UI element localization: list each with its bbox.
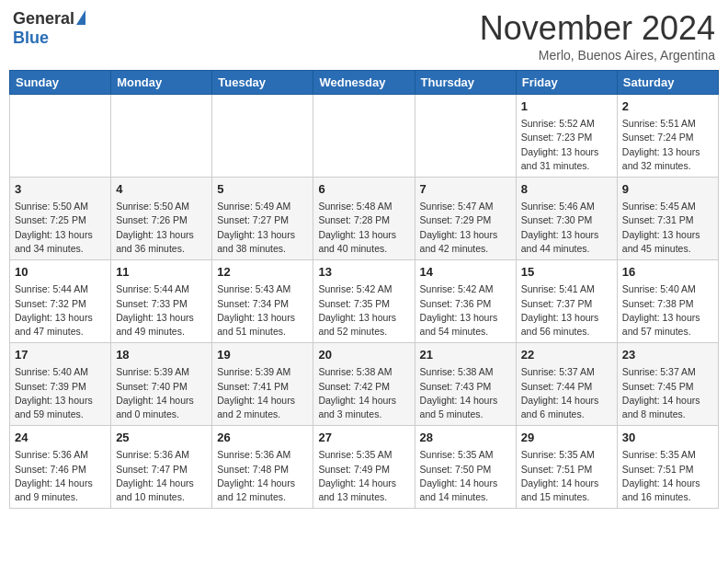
logo-general-text: General xyxy=(13,9,74,29)
day-number: 29 xyxy=(521,430,612,446)
calendar-cell: 4Sunrise: 5:50 AM Sunset: 7:26 PM Daylig… xyxy=(111,178,212,260)
calendar-cell: 28Sunrise: 5:35 AM Sunset: 7:50 PM Dayli… xyxy=(415,426,516,509)
day-number: 15 xyxy=(521,264,612,281)
calendar-cell: 14Sunrise: 5:42 AM Sunset: 7:36 PM Dayli… xyxy=(415,260,516,343)
calendar-cell: 26Sunrise: 5:36 AM Sunset: 7:48 PM Dayli… xyxy=(212,426,313,509)
day-info: Sunrise: 5:35 AM Sunset: 7:50 PM Dayligh… xyxy=(420,448,511,504)
calendar-week-row: 17Sunrise: 5:40 AM Sunset: 7:39 PM Dayli… xyxy=(10,343,719,426)
day-number: 19 xyxy=(217,347,308,363)
day-number: 17 xyxy=(15,347,106,363)
logo: General Blue xyxy=(13,9,85,48)
calendar-table: SundayMondayTuesdayWednesdayThursdayFrid… xyxy=(9,70,719,509)
month-title: November 2024 xyxy=(480,9,715,48)
day-number: 3 xyxy=(15,181,106,198)
day-number: 5 xyxy=(217,181,308,198)
day-info: Sunrise: 5:46 AM Sunset: 7:30 PM Dayligh… xyxy=(521,200,612,256)
calendar-cell: 27Sunrise: 5:35 AM Sunset: 7:49 PM Dayli… xyxy=(313,426,415,509)
day-info: Sunrise: 5:41 AM Sunset: 7:37 PM Dayligh… xyxy=(521,282,612,339)
logo-blue-text: Blue xyxy=(13,29,49,48)
calendar-cell: 2Sunrise: 5:51 AM Sunset: 7:24 PM Daylig… xyxy=(617,95,718,178)
day-info: Sunrise: 5:39 AM Sunset: 7:41 PM Dayligh… xyxy=(217,365,308,421)
day-info: Sunrise: 5:36 AM Sunset: 7:48 PM Dayligh… xyxy=(217,448,308,504)
day-number: 7 xyxy=(420,181,511,198)
calendar-cell: 1Sunrise: 5:52 AM Sunset: 7:23 PM Daylig… xyxy=(516,95,617,178)
calendar-cell: 6Sunrise: 5:48 AM Sunset: 7:28 PM Daylig… xyxy=(313,178,415,260)
day-number: 2 xyxy=(622,98,713,115)
calendar-cell: 29Sunrise: 5:35 AM Sunset: 7:51 PM Dayli… xyxy=(516,426,617,509)
calendar-cell: 15Sunrise: 5:41 AM Sunset: 7:37 PM Dayli… xyxy=(516,260,617,343)
calendar-week-row: 1Sunrise: 5:52 AM Sunset: 7:23 PM Daylig… xyxy=(10,95,719,178)
day-number: 25 xyxy=(116,430,207,446)
calendar-cell: 16Sunrise: 5:40 AM Sunset: 7:38 PM Dayli… xyxy=(617,260,718,343)
day-number: 18 xyxy=(116,347,207,363)
day-info: Sunrise: 5:50 AM Sunset: 7:26 PM Dayligh… xyxy=(116,200,207,256)
day-number: 27 xyxy=(318,430,409,446)
day-info: Sunrise: 5:38 AM Sunset: 7:43 PM Dayligh… xyxy=(420,365,511,421)
day-info: Sunrise: 5:35 AM Sunset: 7:49 PM Dayligh… xyxy=(318,448,409,504)
calendar-cell xyxy=(10,95,111,178)
calendar-cell: 19Sunrise: 5:39 AM Sunset: 7:41 PM Dayli… xyxy=(212,343,313,426)
day-info: Sunrise: 5:49 AM Sunset: 7:27 PM Dayligh… xyxy=(217,200,308,256)
calendar-cell: 5Sunrise: 5:49 AM Sunset: 7:27 PM Daylig… xyxy=(212,178,313,260)
calendar-cell: 20Sunrise: 5:38 AM Sunset: 7:42 PM Dayli… xyxy=(313,343,415,426)
calendar-cell xyxy=(212,95,313,178)
day-of-week-header: Wednesday xyxy=(313,71,415,95)
calendar-cell: 18Sunrise: 5:39 AM Sunset: 7:40 PM Dayli… xyxy=(111,343,212,426)
day-info: Sunrise: 5:51 AM Sunset: 7:24 PM Dayligh… xyxy=(622,117,713,173)
day-info: Sunrise: 5:35 AM Sunset: 7:51 PM Dayligh… xyxy=(521,448,612,504)
day-of-week-header: Thursday xyxy=(415,71,516,95)
day-number: 14 xyxy=(420,264,511,281)
day-number: 24 xyxy=(15,430,106,446)
day-info: Sunrise: 5:38 AM Sunset: 7:42 PM Dayligh… xyxy=(318,365,409,421)
calendar-cell: 21Sunrise: 5:38 AM Sunset: 7:43 PM Dayli… xyxy=(415,343,516,426)
calendar-cell: 30Sunrise: 5:35 AM Sunset: 7:51 PM Dayli… xyxy=(617,426,718,509)
calendar-cell: 17Sunrise: 5:40 AM Sunset: 7:39 PM Dayli… xyxy=(10,343,111,426)
calendar-cell: 7Sunrise: 5:47 AM Sunset: 7:29 PM Daylig… xyxy=(415,178,516,260)
day-number: 30 xyxy=(622,430,713,446)
calendar-cell: 9Sunrise: 5:45 AM Sunset: 7:31 PM Daylig… xyxy=(617,178,718,260)
day-of-week-header: Tuesday xyxy=(212,71,313,95)
day-number: 13 xyxy=(318,264,409,281)
calendar-week-row: 3Sunrise: 5:50 AM Sunset: 7:25 PM Daylig… xyxy=(10,178,719,260)
day-info: Sunrise: 5:39 AM Sunset: 7:40 PM Dayligh… xyxy=(116,365,207,421)
title-section: November 2024 Merlo, Buenos Aires, Argen… xyxy=(480,9,715,63)
calendar-week-row: 10Sunrise: 5:44 AM Sunset: 7:32 PM Dayli… xyxy=(10,260,719,343)
day-number: 10 xyxy=(15,264,106,281)
day-info: Sunrise: 5:48 AM Sunset: 7:28 PM Dayligh… xyxy=(318,200,409,256)
day-of-week-header: Saturday xyxy=(617,71,718,95)
day-info: Sunrise: 5:45 AM Sunset: 7:31 PM Dayligh… xyxy=(622,200,713,256)
day-of-week-header: Friday xyxy=(516,71,617,95)
day-info: Sunrise: 5:43 AM Sunset: 7:34 PM Dayligh… xyxy=(217,282,308,339)
calendar-cell: 13Sunrise: 5:42 AM Sunset: 7:35 PM Dayli… xyxy=(313,260,415,343)
day-number: 20 xyxy=(318,347,409,363)
calendar-cell: 8Sunrise: 5:46 AM Sunset: 7:30 PM Daylig… xyxy=(516,178,617,260)
day-info: Sunrise: 5:40 AM Sunset: 7:38 PM Dayligh… xyxy=(622,282,713,339)
day-of-week-header: Sunday xyxy=(10,71,111,95)
calendar-cell: 3Sunrise: 5:50 AM Sunset: 7:25 PM Daylig… xyxy=(10,178,111,260)
day-info: Sunrise: 5:42 AM Sunset: 7:35 PM Dayligh… xyxy=(318,282,409,339)
calendar-week-row: 24Sunrise: 5:36 AM Sunset: 7:46 PM Dayli… xyxy=(10,426,719,509)
day-info: Sunrise: 5:44 AM Sunset: 7:33 PM Dayligh… xyxy=(116,282,207,339)
day-number: 21 xyxy=(420,347,511,363)
calendar-cell xyxy=(111,95,212,178)
calendar-cell xyxy=(415,95,516,178)
day-number: 1 xyxy=(521,98,612,115)
day-info: Sunrise: 5:42 AM Sunset: 7:36 PM Dayligh… xyxy=(420,282,511,339)
day-info: Sunrise: 5:47 AM Sunset: 7:29 PM Dayligh… xyxy=(420,200,511,256)
page-header: General Blue November 2024 Merlo, Buenos… xyxy=(9,9,719,63)
day-info: Sunrise: 5:35 AM Sunset: 7:51 PM Dayligh… xyxy=(622,448,713,504)
day-number: 28 xyxy=(420,430,511,446)
day-info: Sunrise: 5:37 AM Sunset: 7:45 PM Dayligh… xyxy=(622,365,713,421)
day-number: 4 xyxy=(116,181,207,198)
day-number: 16 xyxy=(622,264,713,281)
calendar-cell: 22Sunrise: 5:37 AM Sunset: 7:44 PM Dayli… xyxy=(516,343,617,426)
day-number: 23 xyxy=(622,347,713,363)
calendar-cell: 23Sunrise: 5:37 AM Sunset: 7:45 PM Dayli… xyxy=(617,343,718,426)
day-info: Sunrise: 5:36 AM Sunset: 7:46 PM Dayligh… xyxy=(15,448,106,504)
day-number: 26 xyxy=(217,430,308,446)
calendar-cell: 12Sunrise: 5:43 AM Sunset: 7:34 PM Dayli… xyxy=(212,260,313,343)
calendar-header-row: SundayMondayTuesdayWednesdayThursdayFrid… xyxy=(10,71,719,95)
calendar-cell xyxy=(313,95,415,178)
day-info: Sunrise: 5:37 AM Sunset: 7:44 PM Dayligh… xyxy=(521,365,612,421)
day-number: 11 xyxy=(116,264,207,281)
